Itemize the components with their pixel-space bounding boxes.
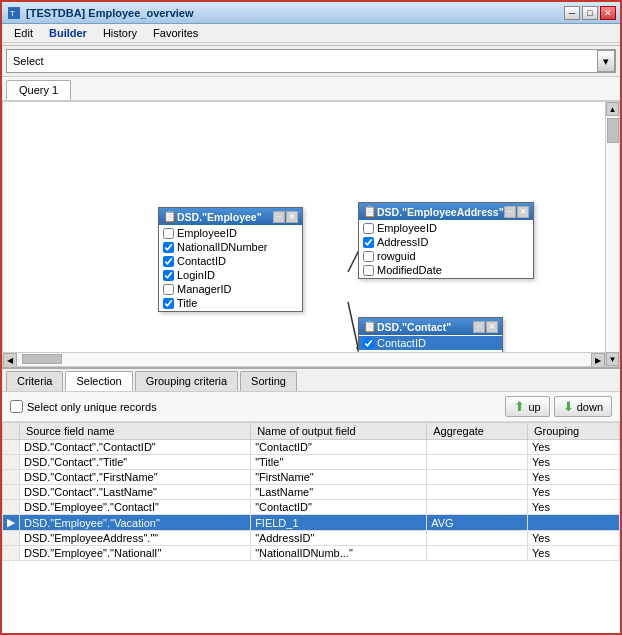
check-employeeid[interactable] (163, 228, 174, 239)
cell-aggregate: AVG (427, 515, 528, 531)
contact-check-contactid[interactable] (363, 338, 374, 349)
down-button[interactable]: ⬇ down (554, 396, 612, 417)
up-button[interactable]: ⬆ up (505, 396, 549, 417)
window-title: [TESTDBA] Employee_overview (26, 7, 564, 19)
down-icon: ⬇ (563, 399, 574, 414)
cell-source: DSD."Employee"."Vacation" (20, 515, 251, 531)
cell-source: DSD."Contact"."LastName" (20, 485, 251, 500)
table-row[interactable]: DSD."Contact"."ContactID""ContactID"Yes (3, 440, 620, 455)
unique-records-label[interactable]: Select only unique records (10, 400, 157, 413)
scroll-up-btn[interactable]: ▲ (606, 102, 619, 116)
selection-toolbar: Select only unique records ⬆ up ⬇ down (2, 392, 620, 422)
addr-field-addressid: AddressID (359, 235, 533, 249)
close-button[interactable]: ✕ (600, 6, 616, 20)
check-managerid[interactable] (163, 284, 174, 295)
addr-check-rowguid[interactable] (363, 251, 374, 262)
minimize-button[interactable]: ─ (564, 6, 580, 20)
employee-table-close[interactable]: ✕ (286, 211, 298, 223)
cell-source: DSD."Contact"."Title" (20, 455, 251, 470)
employee-table-title: DSD."Employee" (177, 211, 273, 223)
grid-header-row: Source field name Name of output field A… (3, 423, 620, 440)
menu-history[interactable]: History (95, 24, 145, 42)
col-source: Source field name (20, 423, 251, 440)
selection-grid-container[interactable]: Source field name Name of output field A… (2, 422, 620, 561)
row-marker-cell (3, 546, 20, 561)
tab-criteria[interactable]: Criteria (6, 371, 63, 391)
address-table-close[interactable]: ✕ (517, 206, 529, 218)
row-marker-cell (3, 531, 20, 546)
h-scroll-thumb[interactable] (22, 354, 62, 364)
field-employeeid: EmployeeID (159, 226, 302, 240)
addr-check-empid[interactable] (363, 223, 374, 234)
scroll-right-btn[interactable]: ▶ (591, 353, 605, 367)
diagram-scrollbar-h[interactable]: ◀ ▶ (3, 352, 605, 366)
address-table-minimize[interactable]: ─ (504, 206, 516, 218)
field-title: Title (159, 296, 302, 310)
tab-selection[interactable]: Selection (65, 371, 132, 391)
cell-grouping: Yes (527, 455, 619, 470)
cell-source: DSD."EmployeeAddress"."" (20, 531, 251, 546)
cell-output: "AddressID" (251, 531, 427, 546)
menu-edit[interactable]: Edit (6, 24, 41, 42)
employee-table: 📋 DSD."Employee" ─ ✕ EmployeeID National… (158, 207, 303, 312)
menu-builder[interactable]: Builder (41, 24, 95, 42)
contact-table-minimize[interactable]: ─ (473, 321, 485, 333)
scroll-thumb[interactable] (607, 118, 619, 143)
tab-sorting[interactable]: Sorting (240, 371, 297, 391)
toolbar: Select ▾ (2, 46, 620, 77)
up-icon: ⬆ (514, 399, 525, 414)
maximize-button[interactable]: □ (582, 6, 598, 20)
row-marker-cell (3, 485, 20, 500)
check-nationalid[interactable] (163, 242, 174, 253)
employee-table-body: EmployeeID NationalIDNumber ContactID Lo… (159, 225, 302, 311)
diagram-scrollbar-v[interactable]: ▲ ▼ (605, 102, 619, 366)
addr-check-addressid[interactable] (363, 237, 374, 248)
table-row[interactable]: DSD."Contact"."Title""Title"Yes (3, 455, 620, 470)
check-contactid[interactable] (163, 256, 174, 267)
employee-address-header: 📋 DSD."EmployeeAddress" ─ ✕ (359, 203, 533, 220)
contact-table-header: 📋 DSD."Contact" ─ ✕ (359, 318, 502, 335)
unique-records-checkbox[interactable] (10, 400, 23, 413)
table-row[interactable]: DSD."Contact"."LastName""LastName"Yes (3, 485, 620, 500)
h-scroll-track (17, 353, 591, 366)
query-tabs: Query 1 (2, 77, 620, 101)
cell-grouping: Yes (527, 440, 619, 455)
field-contactid: ContactID (159, 254, 302, 268)
cell-output: "LastName" (251, 485, 427, 500)
cell-aggregate (427, 440, 528, 455)
cell-output: "FirstName" (251, 470, 427, 485)
table-row[interactable]: DSD."Contact"."FirstName""FirstName"Yes (3, 470, 620, 485)
check-title[interactable] (163, 298, 174, 309)
scroll-left-btn[interactable]: ◀ (3, 353, 17, 367)
field-nationalid: NationalIDNumber (159, 240, 302, 254)
svg-text:T: T (10, 9, 15, 18)
employee-table-minimize[interactable]: ─ (273, 211, 285, 223)
main-content: Query 1 📋 DSD."Employee" ─ ✕ (2, 77, 620, 633)
cell-grouping: Yes (527, 531, 619, 546)
table-row[interactable]: DSD."Employee"."NationalI""NationalIDNum… (3, 546, 620, 561)
cell-grouping: Yes (527, 546, 619, 561)
addr-check-moddate[interactable] (363, 265, 374, 276)
cell-aggregate (427, 531, 528, 546)
bottom-section: Criteria Selection Grouping criteria Sor… (2, 367, 620, 633)
table-row[interactable]: ▶DSD."Employee"."Vacation"FIELD_1AVG (3, 515, 620, 531)
tab-grouping[interactable]: Grouping criteria (135, 371, 238, 391)
cell-source: DSD."Employee"."NationalI" (20, 546, 251, 561)
menu-favorites[interactable]: Favorites (145, 24, 206, 42)
contact-table-close[interactable]: ✕ (486, 321, 498, 333)
contact-table-title: DSD."Contact" (377, 321, 473, 333)
col-grouping: Grouping (527, 423, 619, 440)
row-marker-cell: ▶ (3, 515, 20, 531)
scroll-down-btn[interactable]: ▼ (606, 352, 619, 366)
menu-bar: Edit Builder History Favorites (2, 24, 620, 43)
dropdown-arrow[interactable]: ▾ (597, 50, 615, 72)
col-aggregate: Aggregate (427, 423, 528, 440)
select-dropdown[interactable]: Select (7, 53, 598, 69)
selection-grid: Source field name Name of output field A… (2, 422, 620, 561)
cell-source: DSD."Employee"."ContactI" (20, 500, 251, 515)
table-row[interactable]: DSD."EmployeeAddress"."""AddressID"Yes (3, 531, 620, 546)
query-tab-1[interactable]: Query 1 (6, 80, 71, 100)
field-loginid: LoginID (159, 268, 302, 282)
check-loginid[interactable] (163, 270, 174, 281)
table-row[interactable]: DSD."Employee"."ContactI""ContactID"Yes (3, 500, 620, 515)
